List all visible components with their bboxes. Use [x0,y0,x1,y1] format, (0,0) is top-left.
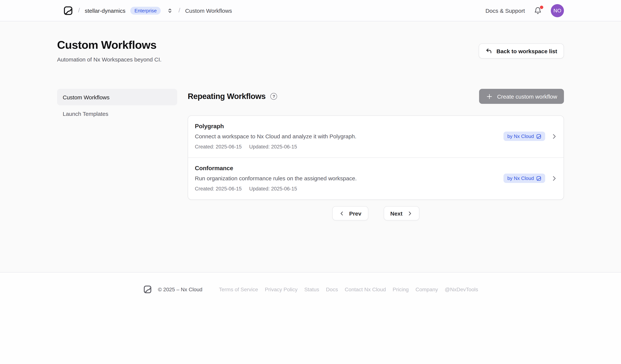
chevron-left-icon [339,210,345,216]
section-heading: Repeating Workflows [188,92,266,101]
notifications-button[interactable] [534,7,542,15]
workflow-description: Run organization conformance rules on th… [195,175,357,181]
by-nx-cloud-badge[interactable]: by Nx Cloud [503,174,545,183]
sidebar-item-launch-templates[interactable]: Launch Templates [57,105,177,122]
main-content: Custom Workflows Automation of Nx Worksp… [0,21,621,272]
prev-label: Prev [349,210,361,217]
create-button-label: Create custom workflow [497,93,557,99]
footer-link-docs[interactable]: Docs [326,286,338,292]
next-label: Next [390,210,402,217]
docs-support-link[interactable]: Docs & Support [485,7,525,14]
help-icon[interactable]: ? [271,93,277,100]
workflow-row-conformance[interactable]: Conformance Run organization conformance… [188,158,564,199]
chevron-right-icon [551,175,558,182]
workflow-updated-date: Updated: 2025-06-15 [249,186,297,191]
breadcrumb-section: Custom Workflows [185,7,232,14]
footer: © 2025 – Nx Cloud Terms of Service Priva… [0,272,621,364]
enterprise-plan-badge: Enterprise [130,7,161,15]
user-avatar[interactable]: NO [551,4,564,17]
workflow-created-date: Created: 2025-06-15 [195,186,242,191]
footer-link-contact[interactable]: Contact Nx Cloud [345,286,386,292]
pagination: Prev Next [188,206,564,221]
breadcrumb-separator: / [78,7,80,14]
breadcrumb-workspace-name[interactable]: stellar-dynamics [85,7,125,14]
chevron-right-icon [551,133,558,140]
workflow-name: Polygraph [195,123,356,130]
workspace-switcher-button[interactable] [167,7,174,14]
workflows-list: Polygraph Connect a workspace to Nx Clou… [188,115,564,200]
footer-links: Terms of Service Privacy Policy Status D… [219,286,478,292]
return-arrow-icon [486,47,492,54]
chevron-right-icon [407,210,413,216]
prev-page-button[interactable]: Prev [332,206,368,221]
sidebar-item-custom-workflows[interactable]: Custom Workflows [57,89,177,105]
badge-label: by Nx Cloud [507,133,534,139]
footer-link-nxdevtools[interactable]: @NxDevTools [445,286,478,292]
footer-link-terms[interactable]: Terms of Service [219,286,258,292]
top-navbar: / stellar-dynamics Enterprise / Custom W… [0,0,621,21]
chevron-up-down-icon [167,8,173,13]
footer-link-company[interactable]: Company [415,286,438,292]
footer-nx-logo-icon [143,285,152,294]
workflow-row-polygraph[interactable]: Polygraph Connect a workspace to Nx Clou… [188,116,564,158]
workflow-description: Connect a workspace to Nx Cloud and anal… [195,133,356,140]
badge-label: by Nx Cloud [507,175,534,181]
repeating-workflows-section: Repeating Workflows ? Create custom work… [188,89,564,221]
breadcrumb-separator: / [178,7,180,14]
nx-cloud-logo-icon[interactable] [63,5,73,16]
back-to-workspace-list-button[interactable]: Back to workspace list [479,44,564,59]
app-root: / stellar-dynamics Enterprise / Custom W… [0,0,621,364]
next-page-button[interactable]: Next [383,206,419,221]
breadcrumb: / stellar-dynamics Enterprise / Custom W… [63,5,232,16]
nx-logo-icon [536,176,541,181]
footer-link-status[interactable]: Status [304,286,319,292]
notification-dot [540,5,543,9]
workflows-sidebar: Custom Workflows Launch Templates [57,89,177,221]
create-custom-workflow-button[interactable]: Create custom workflow [479,89,564,104]
avatar-initials: NO [553,7,561,14]
workflow-updated-date: Updated: 2025-06-15 [249,144,297,150]
page-subtitle: Automation of Nx Workspaces beyond CI. [57,56,161,63]
footer-link-pricing[interactable]: Pricing [393,286,409,292]
footer-link-privacy[interactable]: Privacy Policy [265,286,297,292]
footer-copyright: © 2025 – Nx Cloud [158,286,202,292]
page-title: Custom Workflows [57,39,161,51]
back-button-label: Back to workspace list [497,48,557,54]
nx-logo-icon [536,134,541,139]
workflow-created-date: Created: 2025-06-15 [195,144,242,150]
workflow-name: Conformance [195,165,357,172]
by-nx-cloud-badge[interactable]: by Nx Cloud [503,132,545,141]
plus-icon [486,93,493,100]
